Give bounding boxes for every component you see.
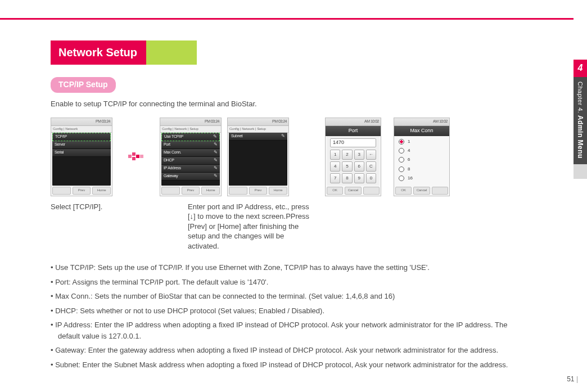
- dialog-title: Max Conn: [394, 126, 449, 136]
- status-bar: PM 03:24: [51, 118, 112, 126]
- keypad-key[interactable]: 8: [342, 173, 352, 183]
- pencil-icon: ✎: [214, 141, 218, 148]
- svg-rect-1: [132, 152, 136, 156]
- list-item[interactable]: Gateway✎: [161, 173, 220, 181]
- pencil-icon: ✎: [214, 173, 218, 179]
- bullet-item: DHCP: Sets whether or not to use DHCP pr…: [51, 305, 526, 317]
- home-button[interactable]: Home: [201, 187, 220, 195]
- flow-arrow: [125, 118, 147, 196]
- pencil-icon: ✎: [214, 165, 218, 172]
- list-item[interactable]: TCP/IP: [52, 133, 111, 141]
- keypad-key-back[interactable]: ←: [366, 150, 376, 160]
- port-input[interactable]: 1470: [330, 138, 376, 147]
- keypad-key[interactable]: 0: [366, 173, 376, 183]
- bullet-item: Max Conn.: Sets the number of BioStar th…: [51, 291, 526, 302]
- list-item[interactable]: Serial: [52, 149, 111, 157]
- svg-rect-3: [136, 155, 139, 158]
- ok-button[interactable]: OK: [327, 187, 343, 195]
- pencil-icon: ✎: [281, 133, 285, 139]
- keypad-key[interactable]: 4: [330, 161, 340, 172]
- screenshot-port-keypad: AM 10:02 Port 1470 1 2 3 ← 4 5 6 C 7 8 9…: [325, 118, 381, 196]
- prev-button[interactable]: Prev: [73, 187, 91, 195]
- keypad-key[interactable]: 2: [342, 150, 352, 160]
- bullet-item: Use TCP/IP: Sets up the use of TCP/IP. I…: [51, 262, 526, 273]
- svg-rect-0: [128, 155, 132, 158]
- chapter-number: 4: [574, 60, 587, 77]
- section-heading: Network Setup: [51, 40, 526, 65]
- radio-icon: [399, 139, 404, 145]
- screenshot-row: PM 03:24 Config | Network TCP/IP Server …: [51, 118, 526, 196]
- bullet-item: IP Address: Enter the IP address when ad…: [51, 319, 526, 341]
- screenshot-tcpip-setup-2: PM 03:24 Config | Network | Setup Subnet…: [227, 118, 289, 196]
- ok-button[interactable]: OK: [395, 187, 412, 195]
- screen-breadcrumb: Config | Network | Setup: [160, 126, 221, 133]
- status-bar: AM 10:02: [394, 118, 449, 126]
- screenshot-captions: Select [TCP/IP]. Enter port and IP Addre…: [51, 202, 526, 251]
- top-accent-bar: [0, 18, 574, 20]
- list-item[interactable]: Server: [52, 141, 111, 149]
- prev-button[interactable]: Prev: [182, 187, 200, 195]
- pencil-icon: ✎: [213, 133, 217, 140]
- soft-button[interactable]: [432, 187, 448, 195]
- screen-breadcrumb: Config | Network | Setup: [228, 126, 288, 133]
- keypad-key[interactable]: 5: [342, 161, 352, 172]
- status-bar: PM 03:24: [228, 118, 288, 126]
- bullet-item: Port: Assigns the terminal TCP/IP port. …: [51, 277, 526, 288]
- bullet-item: Subnet: Enter the Subnet Mask address wh…: [51, 359, 526, 371]
- keypad-key[interactable]: 9: [354, 173, 364, 183]
- screenshot-maxconn: AM 10:02 Max Conn 1 4 6 8 16 OK Cancel: [394, 118, 450, 196]
- pencil-icon: ✎: [214, 149, 218, 156]
- radio-option[interactable]: 1: [399, 138, 445, 145]
- radio-icon: [399, 175, 404, 181]
- soft-button[interactable]: [363, 187, 380, 195]
- bullet-item: Gateway: Enter the gateway address when …: [51, 345, 526, 356]
- subsection-pill: TCP/IP Setup: [51, 77, 116, 93]
- description-list: Use TCP/IP: Sets up the use of TCP/IP. I…: [51, 262, 526, 370]
- keypad-key[interactable]: 7: [330, 173, 340, 183]
- caption-1: Select [TCP/IP].: [51, 202, 141, 251]
- list-item[interactable]: IP Address✎: [161, 165, 220, 173]
- radio-option[interactable]: 16: [399, 175, 445, 182]
- list-item[interactable]: Port✎: [161, 141, 220, 149]
- status-bar: AM 10:02: [326, 118, 381, 126]
- page-number: 51 |: [567, 374, 578, 384]
- soft-button[interactable]: [161, 187, 180, 195]
- screenshot-select-tcpip: PM 03:24 Config | Network TCP/IP Server …: [51, 118, 112, 196]
- side-chapter-tab: 4 Chapter 4. Admin Menu: [574, 60, 587, 179]
- intro-text: Enable to setup TCP/IP for connecting th…: [51, 98, 526, 110]
- radio-icon: [399, 148, 404, 154]
- cancel-button[interactable]: Cancel: [345, 187, 361, 195]
- keypad-key[interactable]: 1: [330, 150, 340, 160]
- list-item[interactable]: Use TCP/IP✎: [161, 133, 220, 141]
- keypad-key[interactable]: 3: [354, 150, 364, 160]
- chapter-pre: Chapter 4.: [577, 82, 584, 113]
- pencil-icon: ✎: [214, 157, 218, 164]
- prev-button[interactable]: Prev: [249, 187, 268, 195]
- list-item[interactable]: Subnet✎: [229, 133, 287, 141]
- chapter-title-side: Admin Menu: [576, 115, 584, 159]
- soft-button[interactable]: [52, 187, 71, 195]
- radio-option[interactable]: 4: [399, 147, 445, 154]
- radio-icon: [399, 166, 404, 172]
- radio-icon: [399, 157, 404, 163]
- keypad-key[interactable]: 6: [354, 161, 364, 172]
- home-button[interactable]: Home: [269, 187, 287, 195]
- heading-accent: [146, 40, 197, 65]
- radio-option[interactable]: 6: [399, 156, 445, 163]
- section-title: Network Setup: [51, 40, 146, 65]
- radio-option[interactable]: 8: [399, 166, 445, 173]
- side-tab-tail: [574, 164, 587, 179]
- soft-button[interactable]: [229, 187, 247, 195]
- list-item[interactable]: DHCP✎: [161, 157, 220, 165]
- svg-rect-4: [140, 155, 143, 158]
- dialog-title: Port: [326, 126, 381, 136]
- cancel-button[interactable]: Cancel: [413, 187, 430, 195]
- home-button[interactable]: Home: [92, 187, 111, 195]
- svg-rect-2: [132, 157, 136, 160]
- status-bar: PM 03:24: [160, 118, 221, 126]
- keypad-key-clear[interactable]: C: [366, 161, 376, 172]
- list-item[interactable]: Max Conn.✎: [161, 149, 220, 157]
- caption-2: Enter port and IP Address, etc., press […: [188, 202, 317, 251]
- screen-breadcrumb: Config | Network: [51, 126, 112, 133]
- screenshot-tcpip-setup-1: PM 03:24 Config | Network | Setup Use TC…: [160, 118, 222, 196]
